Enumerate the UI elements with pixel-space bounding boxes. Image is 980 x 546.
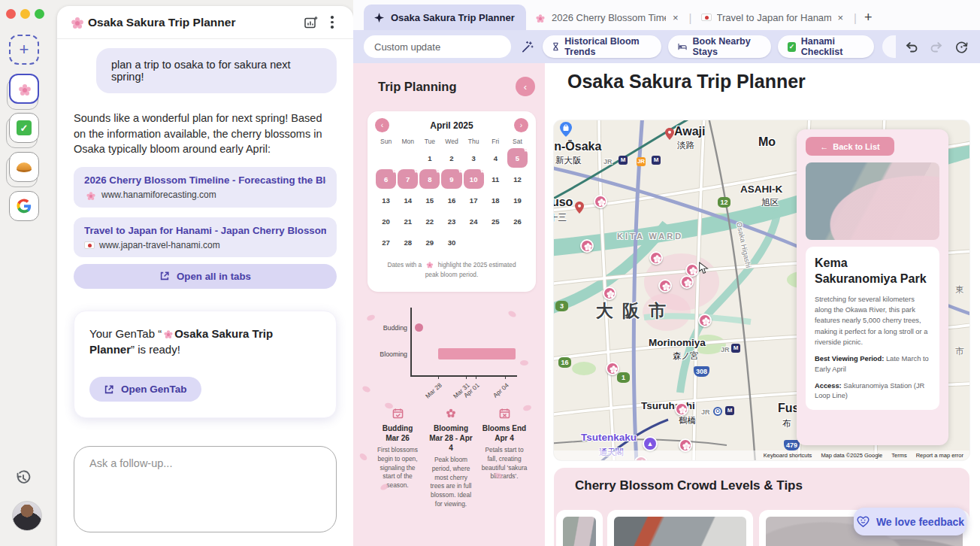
- calendar-day-cell[interactable]: 7: [398, 169, 418, 189]
- calendar-day-cell[interactable]: 5: [507, 148, 528, 168]
- calendar-day-cell[interactable]: 13: [375, 190, 397, 211]
- tab-close-button[interactable]: ×: [836, 12, 845, 23]
- custom-update-input[interactable]: [364, 35, 511, 58]
- calendar-day-cell[interactable]: 22: [419, 211, 440, 232]
- sakura-spot-marker[interactable]: [675, 402, 688, 416]
- map[interactable]: hin-Ōsaka新大阪Awaji淡路MoASAHI-K旭区Juso十三KITA…: [554, 120, 969, 460]
- refresh-gentab-button[interactable]: [953, 35, 971, 58]
- tab-travel-japan-hanami[interactable]: Travel to Japan for Hanami - J ×: [694, 5, 853, 30]
- link-card[interactable]: Travel to Japan for Hanami - Japan Cherr…: [74, 217, 337, 257]
- report-map-error-link[interactable]: Report a map error: [916, 452, 963, 459]
- terms-link[interactable]: Terms: [891, 452, 906, 459]
- calendar-day-cell[interactable]: 29: [419, 232, 440, 253]
- calendar-day-cell[interactable]: 28: [397, 232, 419, 253]
- sakura-spot-marker[interactable]: [680, 275, 694, 289]
- stage-blooming: BloomingMar 28 - Apr 4 Peak bloom period…: [428, 408, 474, 509]
- rail-item-google[interactable]: [9, 191, 39, 221]
- open-all-in-tabs-button[interactable]: Open all in tabs: [74, 264, 337, 289]
- new-gentab-button[interactable]: +: [9, 35, 39, 65]
- calendar-day-cell[interactable]: 24: [463, 211, 485, 232]
- calendar-day-cell[interactable]: 1: [419, 147, 440, 168]
- rail-item-checklist[interactable]: ✓: [9, 113, 39, 143]
- crowd-card[interactable]: [607, 510, 753, 546]
- rail-item-sakura-planner[interactable]: [9, 74, 39, 104]
- calendar-prev-button[interactable]: ‹: [375, 118, 389, 132]
- sakura-spot-marker[interactable]: [649, 251, 663, 265]
- sakura-spot-marker[interactable]: [698, 314, 712, 327]
- redo-button[interactable]: [927, 35, 945, 58]
- link-card[interactable]: 2026 Cherry Blossom Timeline - Forecasti…: [74, 167, 337, 208]
- park-name: Kema Sakuranomiya Park: [815, 256, 930, 287]
- sakura-spot-marker[interactable]: [658, 279, 672, 293]
- undo-button[interactable]: [903, 35, 921, 58]
- calendar-day-cell[interactable]: 18: [485, 190, 507, 211]
- calendar-day-cell: [375, 147, 397, 168]
- calendar-day-cell[interactable]: 9: [441, 169, 461, 189]
- book-nearby-stays-button[interactable]: Book Nearby Stays: [668, 35, 771, 58]
- bed-icon: [678, 42, 687, 51]
- calendar-day-cell[interactable]: 10: [464, 169, 484, 189]
- sakura-icon: [425, 260, 435, 268]
- traffic-light-zoom[interactable]: [35, 9, 44, 19]
- calendar-day-cell[interactable]: 16: [440, 190, 462, 211]
- rail-item-pie[interactable]: [9, 152, 39, 182]
- tsutenkaku-marker[interactable]: ▲: [643, 436, 658, 451]
- map-label-fuse_jp: 布: [782, 418, 791, 429]
- traffic-light-minimize[interactable]: [20, 9, 30, 19]
- calendar-day-cell[interactable]: 21: [397, 211, 419, 232]
- traffic-light-close[interactable]: [6, 9, 16, 19]
- calendar-day-cell[interactable]: 19: [507, 190, 528, 211]
- calendar-day-cell[interactable]: 25: [485, 211, 507, 232]
- keyboard-shortcuts-link[interactable]: Keyboard shortcuts: [764, 452, 812, 459]
- tab-active-trip-planner[interactable]: Osaka Sakura Trip Planner: [364, 5, 526, 30]
- calendar-day-cell[interactable]: 27: [375, 232, 397, 253]
- calendar-day-cell[interactable]: 14: [397, 190, 419, 211]
- trip-panel-title: Trip Planning: [378, 80, 457, 94]
- calendar-day-cell[interactable]: 15: [419, 190, 440, 211]
- calendar-day-cell[interactable]: 6: [376, 169, 396, 189]
- calendar-next-button[interactable]: ›: [514, 118, 528, 132]
- sakura-spot-marker[interactable]: [594, 195, 607, 208]
- tab-cherry-blossom-timeline[interactable]: 2026 Cherry Blossom Timeline ×: [526, 5, 688, 30]
- gentab-panel-button[interactable]: [301, 12, 322, 33]
- tab-separator: |: [689, 11, 692, 24]
- calendar-day-cell[interactable]: 2: [440, 147, 462, 168]
- shopping-pin-icon[interactable]: [560, 122, 572, 137]
- heart-smile-icon: [856, 515, 870, 528]
- open-gentab-button[interactable]: Open GenTab: [89, 377, 201, 402]
- feedback-button[interactable]: We love feedback: [854, 508, 966, 535]
- historical-bloom-trends-button[interactable]: Historical Bloom Trends: [543, 35, 661, 58]
- map-label-mo: Mo: [758, 135, 776, 149]
- followup-input[interactable]: [74, 446, 337, 532]
- map-label-morinomiya: Morinomiya: [649, 337, 706, 348]
- place-pin-icon[interactable]: [575, 202, 584, 214]
- place-pin-icon[interactable]: [665, 128, 674, 140]
- crowd-card[interactable]: [556, 510, 603, 546]
- calendar-day-cell[interactable]: 17: [463, 190, 485, 211]
- calendar-day-cell[interactable]: 4: [485, 147, 507, 168]
- tab-close-button[interactable]: ×: [671, 12, 680, 23]
- calendar-day-cell: [463, 232, 485, 253]
- stage-budding: BuddingMar 26 First blossoms begin to op…: [374, 408, 421, 509]
- history-button[interactable]: [15, 470, 32, 490]
- hanami-checklist-button[interactable]: ✓ Hanami Checklist: [778, 35, 873, 58]
- collapse-panel-button[interactable]: ‹: [516, 77, 535, 96]
- magic-wand-button[interactable]: [518, 35, 536, 58]
- park-photo: [806, 162, 939, 240]
- calendar-day-cell[interactable]: 8: [419, 169, 440, 189]
- gentab-icon: [304, 15, 319, 30]
- new-tab-button[interactable]: +: [864, 10, 873, 26]
- calendar-day-cell[interactable]: 26: [507, 211, 528, 232]
- sakura-spot-marker[interactable]: [580, 239, 594, 253]
- calendar-day-cell[interactable]: 12: [507, 168, 528, 190]
- calendar-day-cell[interactable]: 20: [375, 211, 397, 232]
- calendar-day-cell[interactable]: 11: [485, 168, 507, 190]
- user-avatar[interactable]: [12, 501, 42, 531]
- calendar-day-cell[interactable]: 30: [440, 232, 462, 253]
- back-to-list-button[interactable]: ← Back to List: [806, 137, 894, 156]
- calendar-day-cell[interactable]: 23: [440, 211, 462, 232]
- sakura-spot-marker[interactable]: [603, 287, 616, 300]
- calendar-day-cell[interactable]: 3: [463, 147, 485, 168]
- chat-menu-button[interactable]: [322, 12, 343, 33]
- sakura-spot-marker[interactable]: [606, 362, 619, 375]
